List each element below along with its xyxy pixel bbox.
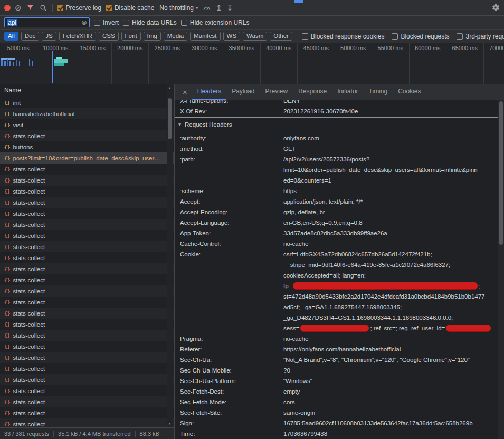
invert-option[interactable]: Invert [94,19,119,26]
type-filter-other[interactable]: Other [270,32,292,41]
throttling-dropdown[interactable]: No throttling ▾ [159,4,198,12]
request-row[interactable]: {}visit [0,119,174,130]
tab-payload[interactable]: Payload [226,84,260,100]
request-row[interactable]: {}stats-collect [0,363,174,374]
request-list: {}init{}hannahelizabethofficial{}visit{}… [0,97,174,427]
header-name: Accept: [180,196,283,207]
invert-checkbox[interactable] [94,20,100,26]
settings-gear-icon[interactable] [491,3,500,12]
request-row[interactable]: {}hannahelizabethofficial [0,108,174,119]
type-filter-css[interactable]: CSS [99,32,119,41]
header-row: Time:1703636799438 [175,428,498,439]
hide-data-urls-checkbox[interactable] [123,20,129,26]
request-row[interactable]: {}stats-collect [0,385,174,396]
header-name: Sec-Fetch-Dest: [180,386,283,397]
request-row[interactable]: {}stats-collect [0,208,174,219]
type-filter-manifest[interactable]: Manifest [190,32,220,41]
header-value-line: gzip, deflate, br [283,207,498,217]
import-har-icon[interactable]: ↥ [216,4,223,12]
clear-network-log-icon[interactable]: ⊘ [15,4,22,12]
hide-extension-urls-checkbox[interactable] [181,20,187,26]
clear-filter-icon[interactable]: ⊗ [81,19,87,26]
filter-option[interactable]: Blocked response cookies [302,33,384,40]
hide-data-urls-option[interactable]: Hide data URLs [123,19,177,26]
overview-timeline[interactable]: 5000 ms10000 ms15000 ms20000 ms25000 ms3… [0,43,504,84]
requests-scrollbar-thumb[interactable] [168,98,172,139]
request-row[interactable]: {}stats-collect [0,186,174,197]
search-icon[interactable] [39,3,48,12]
request-row[interactable]: {}stats-collect [0,297,174,308]
type-filter-fetch-xhr[interactable]: Fetch/XHR [59,32,96,41]
request-name: stats-collect [13,343,45,350]
tab-response[interactable]: Response [293,84,332,100]
tab-cookies[interactable]: Cookies [393,84,426,100]
preserve-log-checkbox[interactable] [57,5,63,11]
tab-timing[interactable]: Timing [364,84,393,100]
request-row[interactable]: {}stats-collect [0,285,174,297]
disable-cache-checkbox[interactable] [106,5,112,11]
hide-extension-urls-option[interactable]: Hide extension URLs [181,19,250,26]
request-row[interactable]: {}stats-collect [0,418,174,427]
scroll-up-icon[interactable]: ▲ [167,86,173,90]
network-conditions-icon[interactable] [203,3,212,12]
header-value-line: onlyfans.com [283,133,498,144]
details-scrollbar[interactable] [498,100,504,439]
preserve-log-option[interactable]: Preserve log [57,4,101,12]
request-row[interactable]: {}stats-collect [0,164,174,175]
request-row[interactable]: {}stats-collect [0,219,174,230]
request-row[interactable]: {}stats-collect [0,175,174,186]
request-row[interactable]: {}stats-collect [0,308,174,319]
tab-initiator[interactable]: Initiator [332,84,363,100]
export-har-icon[interactable]: ↧ [226,4,233,12]
type-filter-font[interactable]: Font [121,32,141,41]
name-column-title: Name [4,87,21,94]
request-row[interactable]: {}stats-collect [0,130,174,141]
tab-headers[interactable]: Headers [192,84,226,100]
scroll-down-icon[interactable]: ▼ [167,422,173,426]
details-scrollbar-thumb[interactable] [499,101,503,245]
filter-option[interactable]: Blocked requests [392,33,449,40]
type-filter-ws[interactable]: WS [223,32,241,41]
request-row[interactable]: {}init [0,97,174,108]
type-filter-all[interactable]: All [4,32,18,41]
header-value-line: 16785:5aad9602cf110608b03133de563642fac1… [283,418,498,428]
tab-preview[interactable]: Preview [260,84,293,100]
request-row[interactable]: {}posts?limit=10&order=publish_date_desc… [0,152,174,164]
name-column-header[interactable]: Name [0,84,174,97]
type-filter-wasm[interactable]: Wasm [243,32,267,41]
request-name: stats-collect [13,288,45,294]
request-row[interactable]: {}stats-collect [0,197,174,208]
type-filter-img[interactable]: Img [144,32,161,41]
close-icon[interactable]: × [178,88,192,97]
checkbox[interactable] [457,33,463,40]
request-row[interactable]: {}buttons [0,141,174,152]
request-row[interactable]: {}stats-collect [0,352,174,363]
request-name: stats-collect [13,199,45,206]
type-filter-doc[interactable]: Doc [21,32,39,41]
requests-scrollbar[interactable]: ▲ ▼ [167,84,173,427]
request-row[interactable]: {}stats-collect [0,274,174,285]
checkbox[interactable] [302,33,308,40]
type-filter-js[interactable]: JS [42,32,56,41]
request-row[interactable]: {}stats-collect [0,407,174,418]
request-row[interactable]: {}stats-collect [0,330,174,341]
request-row[interactable]: {}stats-collect [0,263,174,274]
disable-cache-option[interactable]: Disable cache [106,4,154,12]
filter-toggle-icon[interactable] [26,3,35,12]
filter-option[interactable]: 3rd-party requests [457,33,504,40]
request-row[interactable]: {}stats-collect [0,341,174,352]
type-filter-toolbar: AllDocJSFetch/XHRCSSFontImgMediaManifest… [0,30,504,43]
request-row[interactable]: {}stats-collect [0,374,174,385]
request-headers-section[interactable]: ▾ Request Headers [175,118,498,131]
header-row: Sec-Ch-Ua:"Not_A Brand";v="8", "Chromium… [175,355,498,365]
stats-resource-icon: {} [4,343,10,349]
request-row[interactable]: {}stats-collect [0,241,174,252]
type-filter-media[interactable]: Media [164,32,187,41]
request-row[interactable]: {}stats-collect [0,252,174,263]
checkbox[interactable] [392,33,398,40]
request-row[interactable]: {}stats-collect [0,230,174,241]
filter-input[interactable]: api ⊗ [4,17,90,27]
request-row[interactable]: {}stats-collect [0,396,174,407]
record-button[interactable] [4,5,11,11]
request-row[interactable]: {}stats-collect [0,319,174,330]
